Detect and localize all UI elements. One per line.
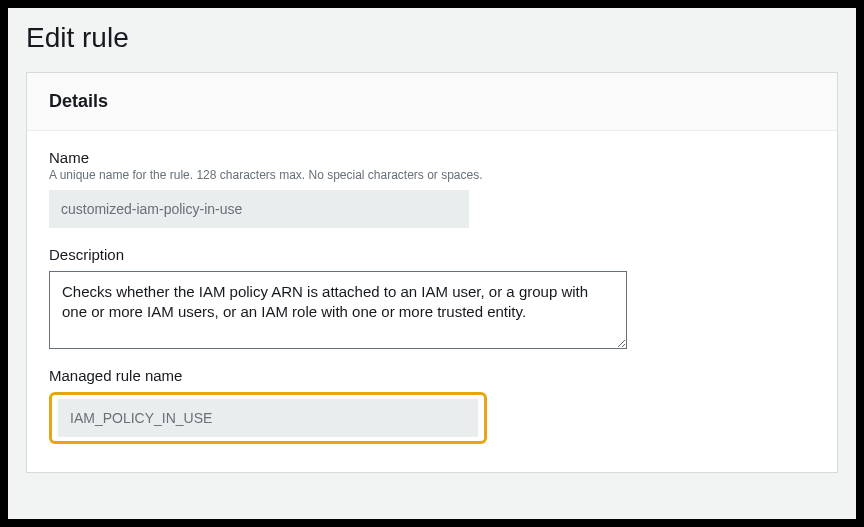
- description-textarea[interactable]: [49, 271, 627, 349]
- name-label: Name: [49, 149, 815, 166]
- managed-rule-name-label: Managed rule name: [49, 367, 815, 384]
- name-field-group: Name A unique name for the rule. 128 cha…: [49, 149, 815, 228]
- page-wrapper: Edit rule Details Name A unique name for…: [8, 8, 856, 519]
- name-input: [49, 190, 469, 228]
- page-title: Edit rule: [8, 8, 856, 72]
- description-field-group: Description: [49, 246, 815, 349]
- details-panel-body: Name A unique name for the rule. 128 cha…: [27, 131, 837, 472]
- managed-rule-name-field-group: Managed rule name: [49, 367, 815, 444]
- managed-rule-name-input: [58, 399, 478, 437]
- details-panel: Details Name A unique name for the rule.…: [26, 72, 838, 473]
- details-panel-header: Details: [27, 73, 837, 131]
- name-help-text: A unique name for the rule. 128 characte…: [49, 168, 815, 182]
- description-label: Description: [49, 246, 815, 263]
- details-panel-title: Details: [49, 91, 815, 112]
- highlight-box: [49, 392, 487, 444]
